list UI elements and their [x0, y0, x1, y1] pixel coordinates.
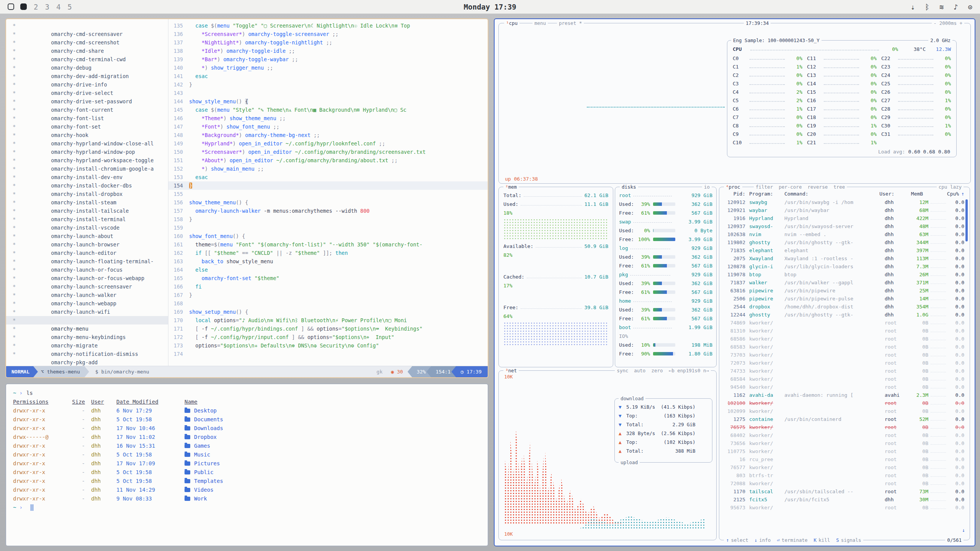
process-row[interactable]: 120912 swaybg /usr/bin/swaybg -i /hom dh…	[725, 198, 964, 206]
terminal-window[interactable]: ~ › ls Permissions Size User Date Modifi…	[5, 383, 488, 546]
code-line[interactable]: 166 fi	[168, 282, 488, 291]
footer-key[interactable]: Ssignals	[836, 537, 861, 544]
file-list-item[interactable]: omarchy-launch-webapp	[6, 291, 168, 299]
file-list-item[interactable]: omarchy-font-list	[6, 106, 168, 114]
file-list-item[interactable]: omarchy-launch-about	[6, 223, 168, 232]
workspace-button[interactable]: 4	[56, 3, 60, 11]
sort-direction-icon[interactable]: ↑	[959, 191, 964, 197]
io-toggle[interactable]: io	[702, 184, 712, 190]
process-row[interactable]: 119078 btop btop dhh 26M 0.0	[725, 271, 964, 279]
code-line[interactable]: 168	[168, 299, 488, 308]
file-list-item[interactable]: omarchy-drive-select	[6, 80, 168, 89]
net-panel-title[interactable]: ³net	[503, 367, 519, 374]
file-list-item[interactable]: omarchy-launch-or-focus-webapp	[6, 266, 168, 274]
process-row[interactable]: 63816 pipewire /usr/bin/pipewire dhh 25M…	[725, 287, 964, 295]
file-list-item[interactable]: omarchy-launch-editor	[6, 240, 168, 249]
process-row[interactable]: 76575 kworker/ root 0B 0.0	[725, 423, 964, 431]
code-line[interactable]: 155	[168, 190, 488, 198]
code-line[interactable]: 167 }	[168, 291, 488, 299]
code-line[interactable]: 170 local options="♪ Audio\n≋ Wifi\nᛒ Bl…	[168, 316, 488, 324]
process-row[interactable]: 1275 containe /usr/bin/containerd root 5…	[725, 415, 964, 423]
code-line[interactable]: 154 }	[168, 181, 488, 190]
code-line[interactable]: 174	[168, 350, 488, 358]
process-row[interactable]: 73656 kworker/ root 0B 0.0	[725, 439, 964, 447]
process-row[interactable]: 2075 Xwayland Xwayland :1 -rootless - dh…	[725, 254, 964, 262]
code-line[interactable]: 165 omarchy-font-set "$theme"	[168, 274, 488, 282]
file-list-item[interactable]: omarchy-launch-walker	[6, 282, 168, 291]
file-list-item[interactable]: omarchy-hook	[6, 122, 168, 131]
process-row[interactable]: 68584 kworker/ root 0B 0.0	[725, 375, 964, 383]
code-line[interactable]: 140 *) show_trigger_menu ;;	[168, 64, 488, 72]
code-line[interactable]: 164 else	[168, 266, 488, 274]
btop-window[interactable]: ¹cpu menu preset * 17:39:34 - 2000ms + E…	[494, 18, 975, 546]
process-row[interactable]: 68402 kworker/ root 0B 0.0	[725, 431, 964, 439]
code-line[interactable]: 149 *Hyprland*) open_in_editor ~/.config…	[168, 139, 488, 148]
preset-button[interactable]: preset *	[557, 20, 584, 26]
code-line[interactable]: 159	[168, 223, 488, 232]
code-line[interactable]: 137 *NightLight*) omarchy-toggle-nightli…	[168, 38, 488, 47]
process-row[interactable]: 2125 fcitx5 /usr/bin/fcitx5 dhh 30M 0.0	[725, 496, 964, 504]
file-list-item[interactable]: omarchy-launch-browser	[6, 232, 168, 240]
code-line[interactable]: 141 esac	[168, 72, 488, 80]
code-line[interactable]: 139 *Bar*) omarchy-toggle-waybar ;;	[168, 55, 488, 64]
disks-panel-title[interactable]: disks	[620, 184, 638, 190]
file-list-item[interactable]: omarchy-font-set	[6, 114, 168, 122]
workspace-menu-icon[interactable]	[8, 3, 14, 10]
bluetooth-icon[interactable]: ᛒ	[925, 3, 929, 11]
proc-panel-title[interactable]: ⁴proc	[724, 184, 742, 190]
process-row[interactable]: 1170 tailscal /usr/sbin/tailscaled -- ro…	[725, 487, 964, 496]
process-row[interactable]: 102100 kworker/ root 0B 0.0	[725, 399, 964, 407]
footer-key[interactable]: ⏎terminate	[777, 537, 807, 544]
file-list-item[interactable]: omarchy-dev-add-migration	[6, 64, 168, 72]
process-row[interactable]: 1162 avahi-da avahi-daemon: running [ av…	[725, 391, 964, 399]
menu-button[interactable]: menu	[532, 20, 548, 26]
file-list-item[interactable]: omarchy-font-current	[6, 97, 168, 106]
editor-window[interactable]: omarchy-cmd-screensaver omarchy-cmd-scre…	[5, 18, 488, 378]
process-row[interactable]: 71837 walker /usr/bin/walker --gappl dhh…	[725, 279, 964, 287]
process-row[interactable]: 1916 Hyprland Hyprland dhh 422M 0.0	[725, 214, 964, 222]
file-list-item[interactable]: omarchy-lock-screen	[6, 308, 168, 316]
process-row[interactable]: 72088 kworker/ root 0B 0.0	[725, 479, 964, 487]
file-list-item[interactable]: omarchy-pkg-add	[6, 350, 168, 358]
process-row[interactable]: 76577 kworker/ root 0B 0.0	[725, 463, 964, 471]
file-list-item[interactable]: omarchy-launch-or-focus	[6, 257, 168, 266]
file-list-item[interactable]: omarchy-cmd-screenshot	[6, 30, 168, 38]
process-row[interactable]: 110775 kworker/ root 0B 0.0	[725, 447, 964, 455]
sort-selector[interactable]: cpu lazy	[937, 184, 964, 190]
process-scrollbar[interactable]	[965, 199, 968, 241]
workspace-button[interactable]: 2	[34, 3, 38, 11]
code-line[interactable]: 160 show_font_menu() {	[168, 232, 488, 240]
code-line[interactable]: 146 *Theme*) show_theme_menu ;;	[168, 114, 488, 122]
process-row[interactable]: 803 btrfs-tr root 0B 0.0	[725, 471, 964, 479]
code-line[interactable]: 162 if [[ "$theme" == "CNCLD" || -z "$th…	[168, 249, 488, 257]
code-line[interactable]: 163 back_to show_style_menu	[168, 257, 488, 266]
file-list-item[interactable]: omarchy-hyprland-window-close-all	[6, 131, 168, 139]
code-line[interactable]: 147 *Font*) show_font_menu ;;	[168, 122, 488, 131]
code-line[interactable]: 173 options="$options\n✳ Defaults\n⊕ DNS…	[168, 341, 488, 350]
code-line[interactable]: 151 *About*) open_in_editor ~/.config/om…	[168, 156, 488, 165]
process-row[interactable]: 120878 glycin-i /usr/lib/glycin-loaders …	[725, 262, 964, 271]
code-line[interactable]: 152 *) show_main_menu ;;	[168, 165, 488, 173]
code-line[interactable]: 145 case $(menu "Style" "✎ Theme\nᴀ Font…	[168, 106, 488, 114]
file-list-item[interactable]: omarchy-drive-info	[6, 72, 168, 80]
process-row[interactable]: 120921 waybar /usr/bin/waybar dhh 68M 0.…	[725, 206, 964, 214]
process-row[interactable]: 94540 kworker/ root 0B 0.0	[725, 383, 964, 391]
code-line[interactable]: 144 show_style_menu() {	[168, 97, 488, 106]
file-list-item[interactable]: omarchy-menu-keybindings	[6, 324, 168, 333]
file-list-item[interactable]: omarchy-install-dev-env	[6, 165, 168, 173]
code-line[interactable]: 158 }	[168, 215, 488, 223]
proc-controls[interactable]: filter per-core reverse tree	[754, 184, 847, 190]
file-list-item[interactable]: omarchy-install-steam	[6, 190, 168, 198]
scroll-down-icon[interactable]: ↓	[962, 527, 965, 533]
wifi-icon[interactable]: ≋	[939, 3, 944, 11]
file-list-item[interactable]: omarchy-cmd-share	[6, 38, 168, 47]
code-line[interactable]: 169 show_setup_menu() {	[168, 308, 488, 316]
file-list-item[interactable]: omarchy-notification-dismiss	[6, 341, 168, 350]
code-line[interactable]: 143	[168, 89, 488, 97]
process-row[interactable]: 2544 dropbox /home/dhh/.dropbox-dist dhh…	[725, 303, 964, 311]
footer-key[interactable]: Kkill	[814, 537, 830, 544]
file-list-item[interactable]: omarchy-hyprland-workspace-toggle	[6, 148, 168, 156]
file-list-item[interactable]: omarchy-install-docker-dbs	[6, 173, 168, 181]
code-line[interactable]: 156 show_theme_menu() {	[168, 198, 488, 207]
process-row[interactable]: 74733 kworker/ root 0B 0.0	[725, 367, 964, 375]
